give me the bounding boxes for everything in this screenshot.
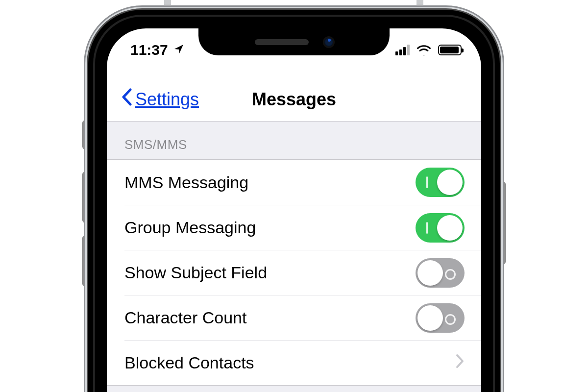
side-button (499, 181, 506, 265)
location-icon (173, 42, 185, 58)
viewport: 11:37 (0, 0, 588, 392)
toggle-character-count[interactable] (416, 303, 465, 333)
clock: 11:37 (130, 42, 168, 58)
antenna-band (416, 0, 423, 5)
section-header-label: SMS/MMS (124, 137, 187, 152)
cellular-icon (395, 45, 410, 55)
section-header: SMS/MMS (107, 122, 481, 160)
section-footer (107, 385, 481, 392)
row-group-messaging[interactable]: Group Messaging (124, 205, 481, 250)
row-show-subject-field[interactable]: Show Subject Field (124, 250, 481, 295)
chevron-left-icon (121, 88, 133, 111)
navigation-bar: Settings Messages (107, 77, 481, 122)
row-blocked-contacts[interactable]: Blocked Contacts (124, 340, 481, 385)
row-label: Group Messaging (124, 218, 416, 237)
status-right (395, 45, 462, 55)
antenna-band (164, 0, 171, 5)
screen: 11:37 (107, 28, 481, 392)
phone-frame: 11:37 (88, 10, 500, 392)
row-label: Blocked Contacts (124, 353, 456, 372)
status-bar: 11:37 (107, 28, 481, 63)
row-label: Character Count (124, 308, 416, 327)
back-button[interactable]: Settings (107, 88, 199, 111)
toggle-show-subject-field[interactable] (416, 258, 465, 288)
phone-bezel: 11:37 (93, 15, 495, 392)
row-label: Show Subject Field (124, 263, 416, 282)
row-mms-messaging[interactable]: MMS Messaging (107, 160, 481, 205)
row-character-count[interactable]: Character Count (124, 295, 481, 340)
toggle-group-messaging[interactable] (416, 213, 465, 243)
row-label: MMS Messaging (124, 173, 416, 192)
chevron-right-icon (456, 353, 465, 372)
toggle-mms-messaging[interactable] (416, 168, 465, 197)
back-label: Settings (135, 89, 199, 110)
battery-icon (438, 45, 462, 55)
settings-list: MMS Messaging Group Messaging Show Subje… (107, 160, 481, 392)
status-left: 11:37 (130, 42, 185, 58)
wifi-icon (416, 45, 431, 55)
